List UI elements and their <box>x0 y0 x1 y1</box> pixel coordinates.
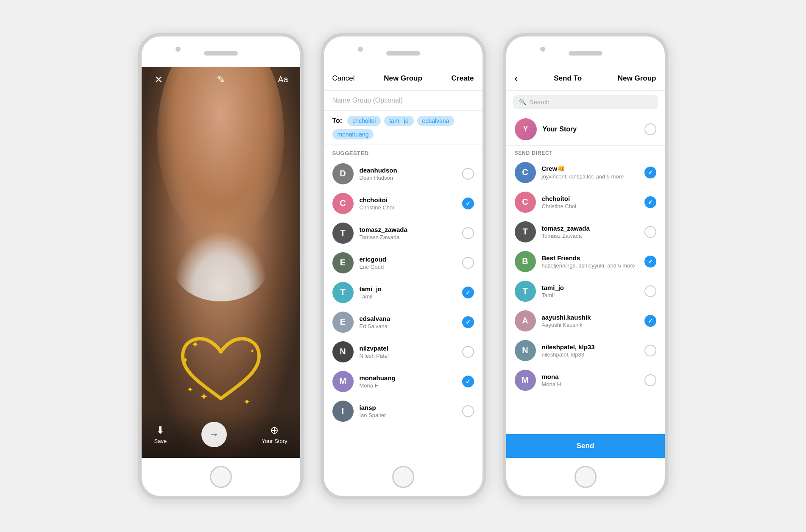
username-chchoitoi-3: chchoitoi <box>542 195 639 202</box>
check-mona-3[interactable] <box>644 374 656 386</box>
fullname-aayushi: Aayushi Kaushik <box>542 322 639 328</box>
username-tomasz: tomasz_zawada <box>360 226 456 233</box>
contact-chchoitoi[interactable]: C chchoitoi Christine Choi <box>324 189 482 218</box>
username-edsalvana: edsalvana <box>360 315 456 322</box>
send-button[interactable]: Send <box>506 434 665 458</box>
home-button-2[interactable] <box>392 466 414 488</box>
fullname-crew: joyvincent, ianspalter, and 5 more <box>542 173 639 180</box>
contact-bestfriends[interactable]: B Best Friends hazeljennings, ashleyyuki… <box>506 247 665 276</box>
draw-button[interactable]: ✎ <box>212 71 229 88</box>
contact-tamijo[interactable]: T tami_jo Tami! <box>324 278 482 307</box>
contact-tomasz[interactable]: T tomasz_zawada Tomasz Zawada <box>324 218 482 248</box>
contact-iansp[interactable]: I iansp Ian Spalter <box>324 396 482 426</box>
fullname-edsalvana: Ed Salvana <box>360 323 456 329</box>
create-button[interactable]: Create <box>452 74 474 83</box>
home-button-1[interactable] <box>210 466 232 488</box>
info-monahuang: monahuang Mona H <box>360 374 456 389</box>
phone-bottom-2 <box>324 458 482 496</box>
close-icon: ✕ <box>154 74 163 86</box>
check-your-story[interactable] <box>644 123 656 135</box>
contact-ericgoud[interactable]: E ericgoud Eric Goud <box>324 248 482 278</box>
info-bestfriends: Best Friends hazeljennings, ashleyyuki, … <box>542 254 639 269</box>
username-tomasz-3: tomasz_zawada <box>542 225 639 232</box>
username-nileshklp: nileshpatel, klp33 <box>542 343 639 351</box>
check-tamijo[interactable] <box>462 287 474 298</box>
phone-top-2 <box>324 36 482 67</box>
check-bestfriends[interactable] <box>644 256 656 267</box>
info-ericgoud: ericgoud Eric Goud <box>360 256 456 270</box>
check-monahuang[interactable] <box>462 376 474 387</box>
your-story-label: Your Story <box>543 125 639 133</box>
username-tamijo-3: tami_jo <box>542 284 639 291</box>
check-nilzvpatel[interactable] <box>462 346 474 358</box>
contact-edsalvana[interactable]: E edsalvana Ed Salvana <box>324 307 482 337</box>
check-ericgoud[interactable] <box>462 257 474 269</box>
info-tomasz: tomasz_zawada Tomasz Zawada <box>360 226 456 240</box>
your-story-action[interactable]: ⊕ Your Story <box>262 424 287 444</box>
check-nileshklp[interactable] <box>644 345 656 357</box>
fullname-tomasz: Tomasz Zawada <box>360 234 456 240</box>
your-story-row[interactable]: Y Your Story <box>506 113 665 146</box>
contact-aayushi[interactable]: A aayushi.kaushik Aayushi Kaushik <box>506 306 665 336</box>
fullname-tamijo-3: Tami! <box>542 292 639 298</box>
search-placeholder: Search <box>530 98 550 106</box>
check-edsalvana[interactable] <box>462 316 474 328</box>
contact-mona-3[interactable]: M mona Mona H <box>506 365 665 421</box>
avatar-edsalvana: E <box>332 312 354 333</box>
fullname-mona-3: Mona H <box>542 381 639 387</box>
info-nilzvpatel: nilzvpatel Nilesh Patel <box>360 345 456 359</box>
new-group-button[interactable]: New Group <box>618 74 656 83</box>
info-tamijo: tami_jo Tami! <box>360 285 456 300</box>
contact-tamijo-3[interactable]: T tami_jo Tami! <box>506 276 665 306</box>
info-tamijo-3: tami_jo Tami! <box>542 284 639 298</box>
tag-tami-jo[interactable]: tami_jo <box>384 116 413 126</box>
phone-3: ‹ Send To New Group 🔍 Search Y Your Stor… <box>503 33 668 499</box>
username-monahuang: monahuang <box>360 374 456 382</box>
cancel-button[interactable]: Cancel <box>332 74 355 83</box>
check-iansp[interactable] <box>462 405 474 417</box>
check-crew[interactable] <box>644 167 656 178</box>
info-edsalvana: edsalvana Ed Salvana <box>360 315 456 329</box>
check-tamijo-3[interactable] <box>644 285 656 297</box>
save-icon: ⬇ <box>156 424 165 436</box>
phone-bottom-1 <box>142 458 300 496</box>
avatar-tamijo-3: T <box>515 281 536 302</box>
check-tomasz[interactable] <box>462 227 474 239</box>
text-button[interactable]: Aa <box>275 71 292 88</box>
avatar-iansp: I <box>332 401 354 422</box>
check-deanhudson[interactable] <box>462 168 474 180</box>
username-deanhudson: deanhudson <box>360 167 456 174</box>
tag-chchoitoi[interactable]: chchoitoi <box>347 116 381 126</box>
tag-monahuang[interactable]: monahuang <box>332 129 374 139</box>
group-name-input[interactable]: Name Group (Optional) <box>324 91 482 111</box>
contact-chchoitoi-3[interactable]: C chchoitoi Christine Choi <box>506 187 665 217</box>
contact-tomasz-3[interactable]: T tomasz_zawada Tomasz Zawada <box>506 217 665 247</box>
avatar-nileshklp: N <box>515 340 536 361</box>
search-bar[interactable]: 🔍 Search <box>513 95 658 109</box>
avatar-bestfriends: B <box>515 251 536 272</box>
back-button[interactable]: ‹ <box>515 72 518 84</box>
check-chchoitoi-3[interactable] <box>644 196 656 208</box>
home-button-3[interactable] <box>575 466 597 488</box>
avatar-deanhudson: D <box>332 163 354 184</box>
contact-nilzvpatel[interactable]: N nilzvpatel Nilesh Patel <box>324 337 482 367</box>
avatar-tomasz-3: T <box>515 221 536 242</box>
camera-bottom-bar: ⬇ Save → ⊕ Your Story <box>142 411 300 458</box>
text-label: Aa <box>278 75 288 84</box>
check-tomasz-3[interactable] <box>644 226 656 238</box>
new-group-nav: Cancel New Group Create <box>324 67 482 91</box>
check-aayushi[interactable] <box>644 315 656 327</box>
contact-monahuang[interactable]: M monahuang Mona H <box>324 367 482 396</box>
check-chchoitoi[interactable] <box>462 198 474 209</box>
contact-crew[interactable]: C Crew👊 joyvincent, ianspalter, and 5 mo… <box>506 158 665 187</box>
tag-edsalvana[interactable]: edsalvana <box>417 116 455 126</box>
suggested-label: SUGGESTED <box>324 145 482 159</box>
contact-deanhudson[interactable]: D deanhudson Dean Hudson <box>324 159 482 189</box>
send-button[interactable]: → <box>201 422 227 447</box>
username-mona-3: mona <box>542 373 639 380</box>
save-action[interactable]: ⬇ Save <box>154 424 167 444</box>
close-button[interactable]: ✕ <box>150 71 167 88</box>
contact-nileshklp[interactable]: N nileshpatel, klp33 nileshpatel, klp33 <box>506 336 665 365</box>
username-aayushi: aayushi.kaushik <box>542 314 639 321</box>
avatar-tamijo: T <box>332 282 354 303</box>
